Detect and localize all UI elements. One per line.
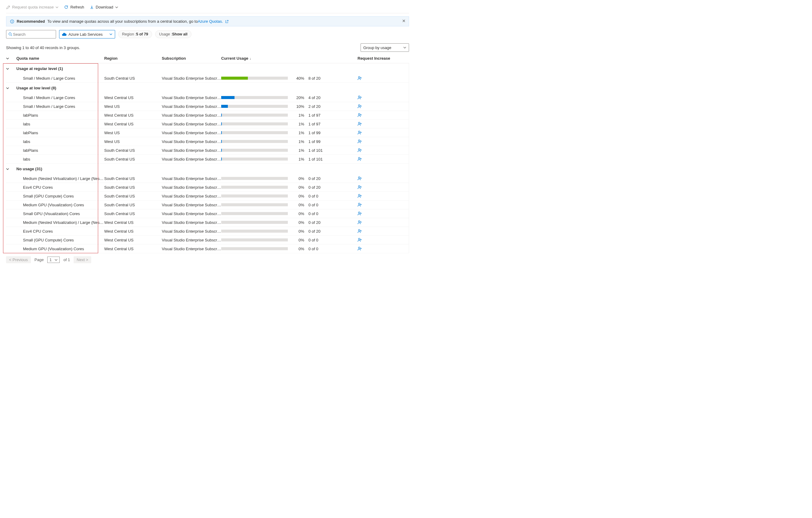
request-increase-cell[interactable] <box>357 211 409 216</box>
svg-point-3 <box>9 33 11 35</box>
svg-point-9 <box>358 131 360 133</box>
quota-row[interactable]: Medium (Nested Virtualization) / Large (… <box>6 218 409 227</box>
request-increase-cell[interactable] <box>357 176 409 181</box>
next-page-button[interactable]: Next > <box>74 256 91 263</box>
quota-row[interactable]: Esv4 CPU Cores South Central US Visual S… <box>6 183 409 192</box>
quota-row[interactable]: Medium (Nested Virtualization) / Large (… <box>6 174 409 183</box>
col-header-quota[interactable]: Quota name <box>17 56 104 61</box>
col-header-region[interactable]: Region <box>104 56 162 61</box>
quota-name-cell: Medium (Nested Virtualization) / Large (… <box>17 220 104 225</box>
request-increase-cell[interactable] <box>357 121 409 126</box>
quota-row[interactable]: Small (GPU Compute) Cores South Central … <box>6 192 409 201</box>
subscription-cell: Visual Studio Enterprise Subscri... <box>162 131 221 135</box>
request-increase-cell[interactable] <box>357 194 409 198</box>
request-increase-cell[interactable] <box>357 246 409 251</box>
usage-percent: 1% <box>292 148 304 153</box>
quota-row[interactable]: Small GPU (Visualization) Cores South Ce… <box>6 209 409 218</box>
quota-name-cell: labs <box>17 157 104 162</box>
usage-cell: 0% 0 of 20 <box>221 176 357 181</box>
request-increase-cell[interactable] <box>357 185 409 190</box>
usage-percent: 1% <box>292 157 304 162</box>
expand-all-toggle[interactable] <box>6 57 17 60</box>
banner-text: To view and manage quotas across all you… <box>47 19 198 24</box>
request-increase-cell[interactable] <box>357 95 409 100</box>
search-icon <box>8 32 12 36</box>
region-cell: South Central US <box>104 76 162 81</box>
search-input[interactable] <box>12 32 54 37</box>
quota-row[interactable]: labs West Central US Visual Studio Enter… <box>6 120 409 128</box>
request-quota-increase-button[interactable]: Request quota increase <box>6 5 58 9</box>
usage-bar-track <box>221 114 288 117</box>
request-increase-cell[interactable] <box>357 104 409 109</box>
region-filter-value: 5 of 79 <box>136 32 148 36</box>
usage-percent: 0% <box>292 220 304 225</box>
request-increase-cell[interactable] <box>357 229 409 234</box>
col-header-request[interactable]: Request Increase <box>357 56 409 61</box>
request-increase-cell[interactable] <box>357 237 409 242</box>
quota-row[interactable]: Small (GPU Compute) Cores West Central U… <box>6 236 409 244</box>
request-increase-cell[interactable] <box>357 113 409 118</box>
subscription-cell: Visual Studio Enterprise Subscri... <box>162 185 221 190</box>
quota-row[interactable]: labs West US Visual Studio Enterprise Su… <box>6 137 409 146</box>
region-cell: West Central US <box>104 247 162 251</box>
request-increase-cell[interactable] <box>357 156 409 162</box>
usage-bar-fill <box>221 114 222 117</box>
quota-row[interactable]: Esv4 CPU Cores West Central US Visual St… <box>6 227 409 236</box>
subscription-cell: Visual Studio Enterprise Subscri... <box>162 104 221 109</box>
page-number-dropdown[interactable]: 1 <box>47 257 60 263</box>
request-increase-cell[interactable] <box>357 220 409 225</box>
usage-cell: 1% 1 of 97 <box>221 122 357 126</box>
quota-row[interactable]: Medium GPU (Visualization) Cores West Ce… <box>6 244 409 253</box>
usage-bar-track <box>221 122 288 125</box>
group-title: No usage (31) <box>17 167 42 171</box>
close-banner-button[interactable]: ✕ <box>402 19 406 23</box>
download-icon <box>90 5 94 9</box>
provider-dropdown[interactable]: Azure Lab Services <box>59 30 115 38</box>
usage-bar-fill <box>221 131 222 134</box>
chevron-down-icon <box>6 168 17 171</box>
request-increase-cell[interactable] <box>357 130 409 135</box>
refresh-button[interactable]: Refresh <box>64 5 84 9</box>
previous-page-button[interactable]: < Previous <box>6 256 31 263</box>
quota-row[interactable]: labs South Central US Visual Studio Ente… <box>6 155 409 164</box>
quota-row[interactable]: labPlans West US Visual Studio Enterpris… <box>6 128 409 137</box>
records-count-text: Showing 1 to 40 of 40 records in 3 group… <box>6 46 80 50</box>
usage-percent: 0% <box>292 238 304 242</box>
request-increase-cell[interactable] <box>357 202 409 207</box>
request-increase-icon <box>357 202 409 207</box>
region-filter-pill[interactable]: Region : 5 of 79 <box>118 30 152 38</box>
group-by-dropdown[interactable]: Group by usage <box>360 43 409 52</box>
page-label: Page <box>34 258 44 262</box>
quota-row[interactable]: Small / Medium / Large Cores West Centra… <box>6 93 409 102</box>
page-number-value: 1 <box>49 258 52 262</box>
quota-row[interactable]: labPlans West Central US Visual Studio E… <box>6 111 409 120</box>
quota-row[interactable]: Small / Medium / Large Cores South Centr… <box>6 74 409 83</box>
quota-row[interactable]: Small / Medium / Large Cores West US Vis… <box>6 102 409 111</box>
region-cell: South Central US <box>104 211 162 216</box>
group-by-label: Group by usage <box>363 46 392 50</box>
recommendation-banner: Recommended To view and manage quotas ac… <box>6 17 409 26</box>
svg-point-21 <box>358 247 360 249</box>
usage-of-value: 0 of 20 <box>309 229 333 234</box>
group-header[interactable]: Usage at regular level (1) <box>6 63 409 74</box>
quota-row[interactable]: labPlans South Central US Visual Studio … <box>6 146 409 155</box>
col-header-subscription[interactable]: Subscription <box>162 56 221 61</box>
usage-bar-fill <box>221 96 234 99</box>
subscription-cell: Visual Studio Enterprise Subscri... <box>162 148 221 153</box>
request-increase-cell[interactable] <box>357 139 409 144</box>
search-box[interactable] <box>6 30 56 38</box>
usage-filter-value: Show all <box>172 32 187 36</box>
group-header[interactable]: No usage (31) <box>6 164 409 174</box>
col-header-usage[interactable]: Current Usage↓ <box>221 56 357 61</box>
request-increase-cell[interactable] <box>357 76 409 81</box>
region-cell: South Central US <box>104 194 162 198</box>
quota-name-cell: labPlans <box>17 113 104 118</box>
quota-row[interactable]: Medium GPU (Visualization) Cores South C… <box>6 201 409 209</box>
group-header[interactable]: Usage at low level (8) <box>6 83 409 93</box>
azure-quotas-link[interactable]: Azure Quotas. <box>198 19 229 24</box>
request-increase-icon <box>357 148 409 153</box>
request-increase-cell[interactable] <box>357 148 409 153</box>
usage-percent: 0% <box>292 211 304 216</box>
usage-filter-pill[interactable]: Usage : Show all <box>155 30 192 38</box>
download-button[interactable]: Download <box>90 5 118 9</box>
